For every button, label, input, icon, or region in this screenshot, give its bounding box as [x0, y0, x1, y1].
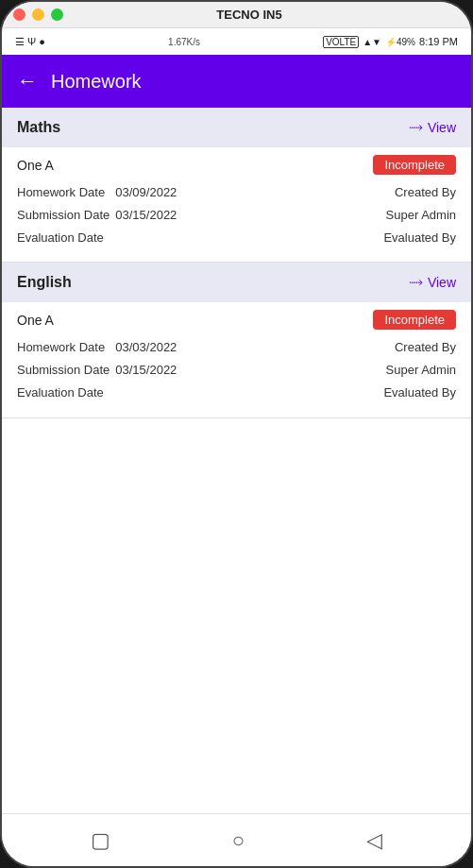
label-hw-date-maths: Homework Date	[17, 182, 110, 203]
status-bar: ☰ Ψ ● 1.67K/s VOLTE ▲▼ ⚡49% 8:19 PM	[2, 28, 471, 55]
created-by-name-english: Super Admin	[386, 360, 456, 381]
window-title: TECNO IN5	[70, 8, 429, 22]
values-maths: 03/09/2022 03/15/2022	[115, 182, 177, 248]
view-button-english[interactable]: ⤑ View	[409, 272, 456, 293]
view-button-maths[interactable]: ⤑ View	[409, 117, 456, 138]
created-english: Created By Super Admin Evaluated By	[177, 337, 456, 403]
labels-english: Homework Date Submission Date Evaluation…	[17, 337, 110, 403]
volte-badge: VOLTE	[323, 36, 359, 48]
close-dot[interactable]	[13, 9, 25, 21]
value-sub-date-english: 03/15/2022	[115, 360, 177, 381]
created-by-label-maths: Created By	[395, 182, 456, 203]
label-sub-date-maths: Submission Date	[17, 205, 110, 226]
phone-frame: TECNO IN5 ☰ Ψ ● 1.67K/s VOLTE ▲▼ ⚡49% 8:…	[0, 0, 473, 868]
value-hw-date-maths: 03/09/2022	[115, 182, 177, 203]
label-eval-date-english: Evaluation Date	[17, 383, 110, 403]
subject-english: English	[17, 274, 72, 291]
class-maths: One A	[17, 158, 54, 173]
class-row-maths: One A Incomplete	[17, 155, 456, 175]
time: 8:19 PM	[419, 36, 458, 47]
label-eval-date-maths: Evaluation Date	[17, 228, 110, 248]
maximize-dot[interactable]	[51, 9, 63, 21]
network-speed: 1.67K/s	[168, 37, 200, 47]
content-area: Maths ⤑ View One A Incomplete Homework D…	[2, 108, 471, 813]
label-hw-date-english: Homework Date	[17, 337, 110, 358]
card-body-maths: One A Incomplete Homework Date Submissio…	[2, 147, 471, 262]
battery: ⚡49%	[385, 37, 415, 47]
app-header: ← Homework	[2, 55, 471, 108]
details-maths: Homework Date Submission Date Evaluation…	[17, 182, 456, 248]
created-by-name-maths: Super Admin	[386, 205, 456, 226]
details-english: Homework Date Submission Date Evaluation…	[17, 337, 456, 403]
homework-card-maths: Maths ⤑ View One A Incomplete Homework D…	[2, 108, 471, 263]
view-icon-english: ⤑	[409, 272, 423, 293]
values-english: 03/03/2022 03/15/2022	[115, 337, 177, 403]
status-left: ☰ Ψ ●	[15, 36, 45, 48]
page-title: Homework	[51, 71, 142, 93]
view-icon-maths: ⤑	[409, 117, 423, 138]
circle-icon[interactable]: ○	[232, 828, 245, 853]
evaluated-by-label-maths: Evaluated By	[383, 228, 456, 248]
signal-bars: ▲▼	[363, 37, 381, 47]
card-header-maths: Maths ⤑ View	[2, 108, 471, 147]
view-label-english: View	[428, 275, 456, 290]
created-by-label-english: Created By	[395, 337, 456, 358]
value-hw-date-english: 03/03/2022	[115, 337, 177, 358]
back-button[interactable]: ←	[17, 69, 38, 94]
card-header-english: English ⤑ View	[2, 263, 471, 302]
bottom-nav: ▢ ○ ◁	[2, 813, 471, 866]
labels-maths: Homework Date Submission Date Evaluation…	[17, 182, 110, 248]
status-center: 1.67K/s	[168, 36, 200, 47]
card-body-english: One A Incomplete Homework Date Submissio…	[2, 302, 471, 417]
minimize-dot[interactable]	[32, 9, 44, 21]
evaluated-by-label-english: Evaluated By	[383, 383, 456, 403]
window-chrome: TECNO IN5	[2, 2, 471, 28]
triangle-icon[interactable]: ◁	[366, 828, 382, 853]
status-right: VOLTE ▲▼ ⚡49% 8:19 PM	[323, 36, 458, 48]
status-badge-maths: Incomplete	[373, 155, 456, 175]
status-badge-english: Incomplete	[373, 310, 456, 330]
label-sub-date-english: Submission Date	[17, 360, 110, 381]
subject-maths: Maths	[17, 119, 60, 136]
created-maths: Created By Super Admin Evaluated By	[177, 182, 456, 248]
homework-card-english: English ⤑ View One A Incomplete Homework…	[2, 263, 471, 417]
value-sub-date-maths: 03/15/2022	[115, 205, 177, 226]
signal-icons: ☰ Ψ ●	[15, 36, 45, 48]
class-row-english: One A Incomplete	[17, 310, 456, 330]
view-label-maths: View	[428, 120, 456, 135]
square-icon[interactable]: ▢	[91, 828, 110, 853]
class-english: One A	[17, 313, 54, 328]
